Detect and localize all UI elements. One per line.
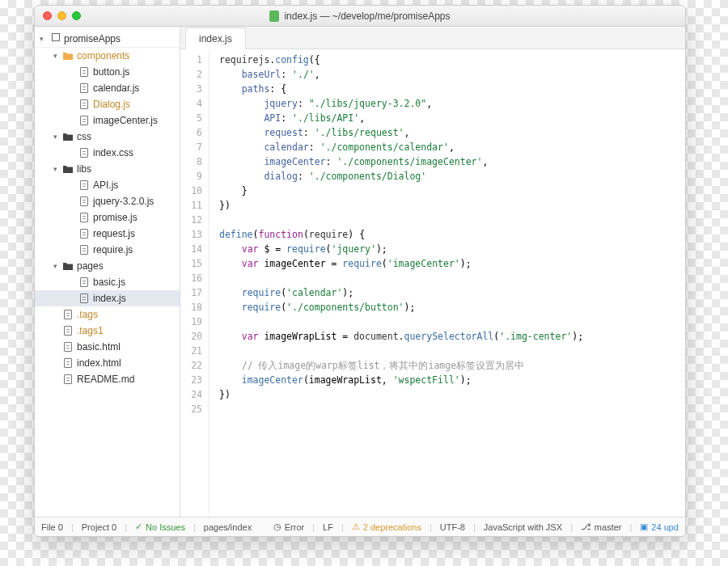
code-line[interactable]: jquery: "./libs/jquery-3.2.0", — [219, 96, 685, 111]
code-editor[interactable]: 1234567891011121314151617181920212223242… — [180, 49, 685, 517]
file-imagecenter-js[interactable]: imageCenter.js — [35, 112, 180, 129]
line-number: 8 — [180, 154, 202, 169]
project-name: promiseApps — [64, 33, 121, 44]
tree-item-label: API.js — [93, 180, 118, 191]
tree-item-label: request.js — [93, 228, 135, 239]
file-require-js[interactable]: require.js — [35, 242, 180, 258]
editor-window: index.js — ~/develop/me/promiseApps ▾ pr… — [34, 5, 686, 537]
code-line[interactable]: } — [219, 184, 685, 198]
tree-item-label: index.html — [77, 357, 121, 369]
sidebar[interactable]: ▾ promiseApps ▾componentsbutton.jscalend… — [35, 27, 180, 517]
line-number: 10 — [180, 184, 202, 198]
code-line[interactable] — [219, 402, 685, 416]
clock-icon: ◷ — [273, 522, 281, 532]
tree-item-label: basic.html — [77, 341, 121, 353]
file-index-html[interactable]: index.html — [35, 355, 180, 371]
line-number: 22 — [180, 358, 202, 373]
code-line[interactable]: baseUrl: './', — [219, 67, 685, 82]
project-root[interactable]: ▾ promiseApps — [35, 30, 180, 48]
file-calendar-js[interactable]: calendar.js — [35, 80, 180, 96]
status-branch[interactable]: ⎇ master — [581, 522, 622, 532]
file-icon — [62, 341, 74, 353]
chevron-down-icon: ▾ — [51, 262, 59, 270]
status-line-ending[interactable]: LF — [323, 522, 333, 532]
line-number: 4 — [180, 96, 202, 111]
file-icon — [78, 212, 90, 223]
file-readme-md[interactable]: README.md — [35, 371, 180, 387]
status-deprecations[interactable]: ⚠ 2 deprecations — [352, 522, 421, 532]
status-file-count[interactable]: File 0 — [41, 522, 63, 532]
code-line[interactable]: // 传入image的warp标签list，将其中的iamge标签设置为居中 — [219, 358, 685, 373]
status-encoding[interactable]: UTF-8 — [440, 522, 465, 532]
status-updates[interactable]: ▣ 24 upd — [640, 522, 679, 532]
code-line[interactable]: dialog: './components/Dialog' — [219, 169, 685, 184]
file-icon — [62, 309, 74, 320]
file-basic-html[interactable]: basic.html — [35, 339, 180, 355]
tree-item-label: css — [77, 131, 91, 142]
code-line[interactable] — [219, 315, 685, 329]
file-icon — [78, 66, 90, 78]
line-number: 24 — [180, 387, 202, 402]
code-line[interactable]: }) — [219, 198, 685, 213]
code-line[interactable]: var imageCenter = require('imageCenter')… — [219, 256, 685, 271]
line-number-gutter: 1234567891011121314151617181920212223242… — [180, 49, 210, 517]
maximize-window-button[interactable] — [72, 11, 81, 20]
file-promise-js[interactable]: promise.js — [35, 209, 180, 226]
code-line[interactable]: paths: { — [219, 82, 685, 96]
folder-icon — [62, 50, 74, 61]
code-line[interactable] — [219, 271, 685, 285]
tree-item-label: button.js — [93, 66, 129, 78]
tree-item-label: README.md — [77, 374, 134, 385]
code-line[interactable] — [219, 344, 685, 358]
code-line[interactable]: API: './libs/API', — [219, 111, 685, 125]
status-issues[interactable]: ✓ No Issues — [135, 522, 185, 532]
file-basic-js[interactable]: basic.js — [35, 274, 180, 290]
file-api-js[interactable]: API.js — [35, 177, 180, 193]
tree-item-label: imageCenter.js — [93, 115, 158, 126]
line-number: 25 — [180, 402, 202, 416]
code-line[interactable]: require('calendar'); — [219, 285, 685, 300]
file-tree: ▾componentsbutton.jscalendar.jsDialog.js… — [35, 48, 180, 387]
folder-components[interactable]: ▾components — [35, 48, 180, 64]
file-button-js[interactable]: button.js — [35, 64, 180, 80]
minimize-window-button[interactable] — [57, 11, 66, 20]
tab-bar[interactable]: index.js — [180, 27, 685, 49]
code-line[interactable]: require('./components/button'); — [219, 300, 685, 315]
folder-css[interactable]: ▾css — [35, 129, 180, 145]
code-line[interactable]: }) — [219, 387, 685, 402]
status-project-count[interactable]: Project 0 — [82, 522, 116, 532]
titlebar[interactable]: index.js — ~/develop/me/promiseApps — [35, 6, 685, 27]
line-number: 23 — [180, 373, 202, 387]
file-jquery-3-2-0-js[interactable]: jquery-3.2.0.js — [35, 193, 180, 209]
code-line[interactable]: imageCenter(imageWrapList, 'wspectFill')… — [219, 373, 685, 387]
editor-area: index.js 1234567891011121314151617181920… — [180, 27, 685, 517]
code-line[interactable]: var $ = require('jquery'); — [219, 242, 685, 256]
code-content[interactable]: requirejs.config({ baseUrl: './', paths:… — [210, 49, 685, 517]
folder-libs[interactable]: ▾libs — [35, 161, 180, 177]
close-window-button[interactable] — [43, 11, 52, 20]
file-icon — [78, 99, 90, 110]
file--tags[interactable]: .tags — [35, 306, 180, 323]
file-dialog-js[interactable]: Dialog.js — [35, 96, 180, 112]
folder-icon — [62, 131, 74, 142]
line-number: 14 — [180, 242, 202, 256]
status-error[interactable]: ◷ Error — [273, 522, 304, 532]
code-line[interactable]: request: './libs/request', — [219, 125, 685, 140]
file-icon — [78, 228, 90, 239]
tree-item-label: .tags — [77, 309, 98, 320]
code-line[interactable]: define(function(require) { — [219, 227, 685, 242]
file-request-js[interactable]: request.js — [35, 226, 180, 242]
file-index-css[interactable]: index.css — [35, 145, 180, 161]
tree-item-label: Dialog.js — [93, 99, 130, 110]
code-line[interactable]: imageCenter: './components/imageCenter', — [219, 154, 685, 169]
code-line[interactable]: calendar: './components/calendar', — [219, 140, 685, 154]
code-line[interactable]: var imageWrapList = document.querySelect… — [219, 329, 685, 344]
code-line[interactable] — [219, 213, 685, 227]
folder-pages[interactable]: ▾pages — [35, 258, 180, 274]
status-path[interactable]: pages/index — [204, 522, 252, 532]
status-language[interactable]: JavaScript with JSX — [484, 522, 562, 532]
file--tags1[interactable]: .tags1 — [35, 323, 180, 339]
code-line[interactable]: requirejs.config({ — [219, 53, 685, 67]
tab-index-js[interactable]: index.js — [185, 27, 246, 49]
file-index-js[interactable]: index.js — [35, 290, 180, 306]
